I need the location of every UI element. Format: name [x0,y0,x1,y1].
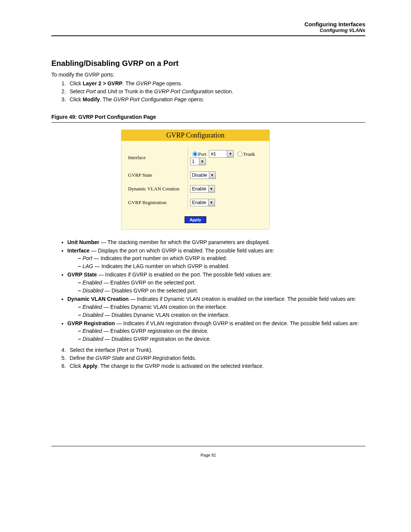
panel-title: GVRP Configuration [121,130,270,141]
gvrp-panel: GVRP Configuration Interface Port e1▼ Tr… [121,129,270,230]
header-line1: Configuring Interfaces [51,21,365,27]
section-title: Enabling/Disabling GVRP on a Port [51,59,365,68]
list-item: Select Port and Unit or Trunk in the GVR… [67,88,365,95]
header-line2: Configuring VLANs [51,27,365,33]
trunk-radio[interactable] [237,152,242,157]
list-item: GVRP Registration — Indicates if VLAN re… [67,320,365,343]
page-header: Configuring Interfaces Configuring VLANs [51,21,365,33]
field-definitions: Unit Number — The stacking member for wh… [51,239,365,343]
gvrp-registration-select[interactable]: Enable▼ [190,199,215,206]
chevron-down-icon: ▼ [208,199,215,206]
document-page: Configuring Interfaces Configuring VLANs… [0,0,411,473]
chevron-down-icon: ▼ [227,150,233,157]
chevron-down-icon: ▼ [209,172,215,179]
list-item: Click Layer 2 > GVRP. The GVRP Page open… [67,80,365,87]
page-footer: Page 81 [51,449,365,473]
interface-label: Interface [126,147,188,168]
list-item: Select the interface (Port or Trunk). [67,347,365,354]
figure-rule [51,122,365,123]
port-radio[interactable] [193,152,198,157]
intro-text: To modify the GVRP ports: [51,72,365,78]
list-item: Disabled — Disables GVRP registration on… [78,335,365,343]
steps-bottom: Select the interface (Port or Trunk). De… [51,347,365,370]
dynamic-vlan-label: Dynamic VLAN Creation [126,182,188,196]
list-item: Port — Indicates the port number on whic… [78,255,365,262]
list-item: LAG — Indicates the LAG number on which … [78,263,365,270]
gvrp-state-select[interactable]: Disable▼ [190,171,216,179]
steps-top: Click Layer 2 > GVRP. The GVRP Page open… [51,80,365,103]
interface-controls: Port e1▼ Trunk 1▼ [188,147,265,168]
list-item: Enabled — Enables Dynamic VLAN creation … [78,304,365,311]
list-item: GVRP State — Indicates if GVRP is enable… [67,271,365,294]
apply-button[interactable]: Apply [185,216,206,223]
gvrp-state-label: GVRP State [126,168,188,182]
header-rule [51,35,365,36]
gvrp-registration-label: GVRP Registration [126,196,188,209]
list-item: Enabled — Enables GVRP registration on t… [78,328,365,335]
dynamic-vlan-select[interactable]: Enable▼ [190,185,215,193]
list-item: Click Modify. The GVRP Port Configuratio… [67,96,365,103]
port-select[interactable]: e1▼ [209,150,234,158]
gvrp-form: Interface Port e1▼ Trunk 1▼ GVRP State D… [126,147,265,209]
chevron-down-icon: ▼ [199,158,206,165]
list-item: Disabled — Disables Dynamic VLAN creatio… [78,312,365,319]
list-item: Click Apply. The change to the GVRP mode… [67,363,365,370]
list-item: Define the GVRP State and GVRP Registrat… [67,355,365,362]
panel-side-spacer [270,129,296,230]
list-item: Unit Number — The stacking member for wh… [67,239,365,246]
figure-caption: Figure 49: GVRP Port Configuration Page [51,114,365,120]
trunk-select[interactable]: 1▼ [190,158,206,165]
list-item: Dynamic VLAN Creation — Indicates if Dyn… [67,296,365,319]
list-item: Enabled — Enables GVRP on the selected p… [78,279,365,286]
list-item: Interface — Displays the port on which G… [67,247,365,270]
footer-rule [51,446,365,446]
gvrp-panel-wrapper: GVRP Configuration Interface Port e1▼ Tr… [121,129,296,230]
list-item: Disabled — Disables GVRP on the selected… [78,287,365,294]
chevron-down-icon: ▼ [208,185,215,192]
